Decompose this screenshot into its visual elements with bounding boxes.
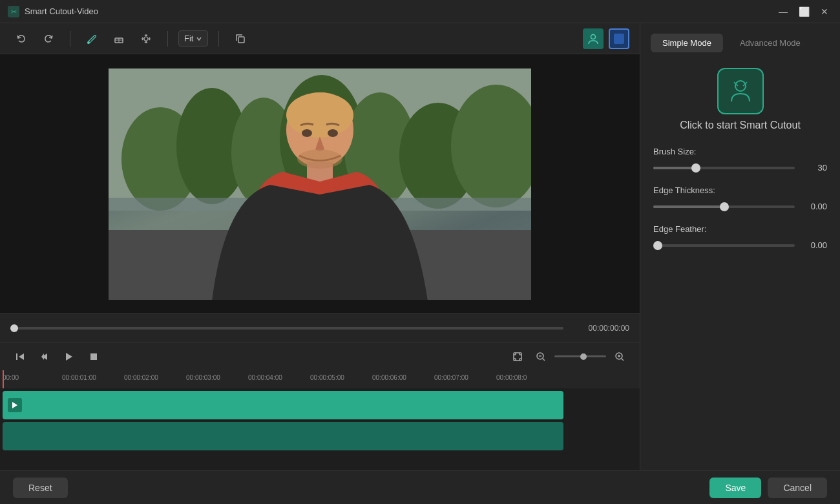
brush-size-track[interactable] — [653, 167, 795, 169]
smart-cutout-icon — [726, 77, 755, 105]
edge-thickness-track[interactable] — [653, 205, 795, 208]
advanced-mode-tab[interactable]: Advanced Mode — [728, 34, 812, 52]
bottom-right-buttons: Save Cancel — [709, 478, 827, 498]
svg-point-23 — [328, 129, 338, 137]
frame-back-button[interactable] — [35, 347, 54, 366]
app-title: Smart Cutout-Video — [25, 6, 98, 16]
video-track-1[interactable] — [3, 391, 563, 419]
close-button[interactable]: ✕ — [817, 4, 832, 19]
smart-cutout-label: Click to start Smart Cutout — [680, 120, 801, 131]
svg-point-48 — [735, 81, 746, 91]
ruler-label-6: 00:00:06:00 — [372, 374, 406, 381]
pan-tool-button[interactable] — [135, 28, 157, 50]
svg-marker-47 — [12, 402, 17, 408]
svg-rect-30 — [90, 353, 97, 360]
eraser-icon — [113, 33, 125, 45]
zoom-fit-icon — [512, 351, 523, 362]
title-bar-controls: — ⬜ ✕ — [775, 4, 832, 19]
brush-size-thumb[interactable] — [691, 163, 700, 173]
timeline-container: 00:00 00:00:01:00 00:00:02:00 00:00:03:0… — [0, 370, 640, 470]
controls-bar — [0, 342, 640, 370]
zoom-in-button[interactable] — [610, 347, 629, 366]
edge-thickness-value: 0.00 — [801, 202, 827, 211]
app-icon: ✂ — [8, 6, 19, 17]
svg-point-22 — [302, 129, 312, 137]
zoom-out-button[interactable] — [531, 347, 551, 366]
skip-back-button[interactable] — [10, 347, 30, 366]
brush-tool-button[interactable] — [81, 28, 103, 50]
maximize-button[interactable]: ⬜ — [796, 4, 812, 19]
smart-cutout-button[interactable] — [717, 68, 764, 114]
cancel-button[interactable]: Cancel — [768, 478, 827, 498]
person-icon — [587, 32, 600, 45]
pan-icon — [140, 33, 152, 45]
toolbar-sep-2 — [167, 31, 168, 47]
mode-tabs: Simple Mode Advanced Mode — [640, 23, 840, 52]
main-layout: Fit — [0, 23, 840, 470]
video-track-2[interactable] — [3, 422, 563, 450]
brush-icon — [86, 33, 98, 45]
edge-feather-thumb[interactable] — [653, 241, 662, 250]
zoom-fit-button[interactable] — [508, 347, 527, 366]
edge-feather-value: 0.00 — [801, 240, 827, 250]
brush-size-value: 30 — [801, 163, 827, 173]
zoom-thumb[interactable] — [580, 353, 587, 360]
timecode: 00:00:00:00 — [571, 324, 629, 333]
redo-icon — [43, 33, 54, 45]
zoom-controls — [508, 347, 629, 366]
brush-size-fill — [653, 167, 696, 169]
video-frame — [109, 68, 531, 300]
simple-mode-tab[interactable]: Simple Mode — [651, 34, 723, 52]
svg-line-46 — [622, 359, 624, 361]
minimize-button[interactable]: — — [775, 4, 791, 19]
ruler-label-4: 00:00:04:00 — [248, 374, 282, 381]
svg-line-42 — [543, 359, 545, 361]
svg-rect-25 — [16, 353, 17, 360]
svg-point-20 — [286, 92, 353, 138]
copy-button[interactable] — [229, 28, 251, 50]
copy-icon — [235, 33, 246, 45]
ruler-label-2: 00:00:02:00 — [124, 374, 158, 381]
undo-redo-group — [10, 28, 59, 50]
toolbar-sep-1 — [70, 31, 70, 47]
stop-button[interactable] — [84, 347, 103, 366]
fit-dropdown[interactable]: Fit — [178, 30, 208, 47]
reset-button[interactable]: Reset — [13, 478, 68, 498]
svg-point-8 — [591, 34, 596, 39]
edge-feather-slider-row: 0.00 — [653, 240, 827, 250]
undo-button[interactable] — [10, 28, 32, 50]
video-canvas — [0, 54, 640, 313]
progress-bar[interactable] — [10, 327, 563, 330]
color-view-button[interactable] — [609, 28, 629, 49]
zoom-slider[interactable] — [554, 355, 606, 357]
edge-feather-track[interactable] — [653, 244, 795, 247]
redo-button[interactable] — [37, 28, 59, 50]
edge-feather-group: Edge Feather: 0.00 — [653, 224, 827, 250]
undo-icon — [16, 33, 27, 45]
svg-marker-28 — [41, 353, 44, 360]
edge-thickness-thumb[interactable] — [720, 202, 729, 211]
frame-back-icon — [39, 352, 50, 362]
svg-rect-7 — [238, 37, 244, 43]
playhead-line — [3, 370, 4, 388]
fit-label: Fit — [184, 34, 193, 43]
play-icon — [64, 352, 74, 362]
view-toggle-group — [583, 28, 629, 49]
person-view-button[interactable] — [583, 28, 604, 49]
edge-feather-label: Edge Feather: — [653, 224, 827, 234]
brush-size-group: Brush Size: 30 — [653, 147, 827, 173]
bottom-bar: Reset Save Cancel — [0, 470, 840, 504]
right-panel: Simple Mode Advanced Mode Click to start… — [640, 23, 840, 470]
svg-point-24 — [297, 149, 342, 169]
settings-area: Brush Size: 30 Edge Thickness: — [640, 142, 840, 470]
progress-thumb[interactable] — [10, 324, 18, 332]
timeline-tracks — [0, 388, 640, 453]
save-button[interactable]: Save — [709, 478, 761, 498]
ruler-label-8: 00:00:08:0 — [496, 374, 527, 381]
eraser-tool-button[interactable] — [108, 28, 130, 50]
edge-thickness-label: Edge Thickness: — [653, 185, 827, 195]
edge-thickness-slider-row: 0.00 — [653, 202, 827, 211]
svg-marker-29 — [66, 353, 72, 361]
play-button[interactable] — [59, 347, 79, 366]
left-panel: Fit — [0, 23, 640, 470]
